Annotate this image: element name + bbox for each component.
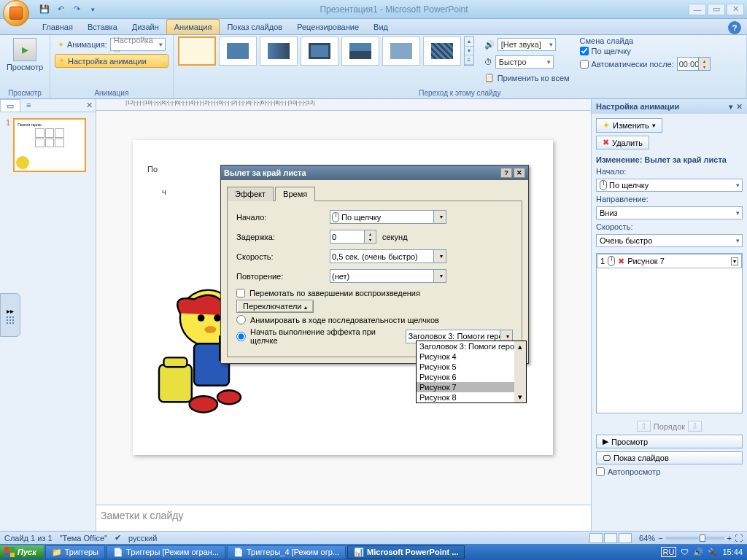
delete-effect-button[interactable]: ✖Удалить [596, 136, 649, 149]
tab-view[interactable]: Вид [366, 20, 395, 34]
dlg-speed-dropdown[interactable]: 0,5 сек. (очень быстро) [330, 249, 446, 263]
animpane-close-icon[interactable]: ✕ [736, 102, 743, 112]
transition-item[interactable] [301, 36, 338, 66]
save-icon[interactable]: 💾 [38, 3, 51, 16]
transition-none[interactable] [178, 36, 216, 66]
gallery-scroll[interactable]: ▴▾≡ [464, 36, 474, 66]
office-button[interactable] [3, 0, 29, 26]
ribbon-group-animation: ✦ Анимация: Настройка ... ✦ Настройка ан… [50, 35, 174, 98]
direction-dropdown[interactable]: Вниз [596, 206, 743, 219]
slidepanel-close-icon[interactable]: ✕ [83, 99, 96, 112]
zoom-out-button[interactable]: − [658, 534, 662, 542]
slide-change-label: Смена слайда [580, 36, 711, 45]
tab-home[interactable]: Главная [35, 20, 80, 34]
tray-icon[interactable]: 🔊 [693, 548, 703, 557]
tab-effect-options[interactable]: Эффект [227, 187, 274, 201]
dlg-delay-spinner[interactable]: 0▴▾ [330, 230, 376, 244]
transition-item[interactable] [423, 36, 461, 66]
close-button[interactable]: ✕ [727, 4, 744, 15]
transition-item[interactable] [382, 36, 420, 66]
play-preview-button[interactable]: ▶Просмотр [596, 435, 743, 448]
animpane-header: Настройка анимации ▾ ✕ [592, 99, 747, 114]
change-effect-button[interactable]: ✦Изменить▾ [596, 118, 662, 133]
dlg-repeat-dropdown[interactable]: (нет) [330, 269, 446, 283]
slideshow-button[interactable]: 🖵Показ слайдов [596, 451, 743, 464]
window-title: Презентация1 - Microsoft PowerPoint [99, 4, 689, 15]
qat-dropdown-icon[interactable]: ▾ [86, 3, 99, 16]
dialog-help-button[interactable]: ? [500, 168, 512, 178]
taskbar-item[interactable]: 📄 Триггеры [Режим огран... [107, 545, 225, 559]
dropdown-option-selected[interactable]: Рисунок 7 [417, 382, 526, 392]
tab-review[interactable]: Рецензирование [290, 20, 366, 34]
dropdown-scrollbar[interactable]: ▴▾ [514, 341, 526, 402]
slides-tab[interactable]: ▭ [0, 99, 20, 112]
language-indicator[interactable]: русский [128, 534, 157, 542]
tab-slideshow[interactable]: Показ слайдов [220, 20, 290, 34]
animate-sequence-radio[interactable]: Анимировать в ходе последовательности ще… [236, 315, 513, 324]
on-click-checkbox[interactable]: По щелчку [580, 47, 711, 55]
custom-animation-button[interactable]: ✦ Настройка анимации [55, 54, 169, 68]
start-on-click-radio[interactable]: Начать выполнение эффекта при щелчке Заг… [236, 327, 513, 345]
animation-list-item[interactable]: 1 ✖ Рисунок 7 ▾ [597, 254, 742, 268]
dialog-close-button[interactable]: ✕ [514, 168, 525, 178]
panel-expand-handle[interactable]: ▸▸ [0, 293, 20, 337]
transition-speed[interactable]: ⏱Быстро [481, 54, 573, 70]
transition-sound[interactable]: 🔊[Нет звука] [481, 36, 573, 52]
taskbar-item-active[interactable]: 📊 Microsoft PowerPoint ... [347, 545, 465, 559]
zoom-slider[interactable] [666, 537, 724, 540]
dialog-titlebar[interactable]: Вылет за край листа ? ✕ [221, 166, 528, 180]
transition-item[interactable] [219, 36, 257, 66]
taskbar-item[interactable]: 📄 Триггеры_4 [Режим огр... [227, 545, 346, 559]
triggers-button[interactable]: Переключатели ▴ [236, 300, 314, 313]
title-bar: 💾 ↶ ↷ ▾ Презентация1 - Microsoft PowerPo… [0, 0, 747, 19]
language-bar[interactable]: RU [661, 547, 677, 557]
reorder-down-button[interactable]: ⇩ [688, 421, 702, 432]
apply-to-all-button[interactable]: 📋Применить ко всем [481, 71, 573, 84]
animation-list[interactable]: 1 ✖ Рисунок 7 ▾ [596, 253, 743, 413]
slide-thumbnail[interactable]: Помоги герою... [13, 118, 86, 172]
reorder-controls: ⇧ Порядок ⇩ [596, 421, 743, 432]
tray-icon[interactable]: 🛡 [681, 548, 689, 556]
speed-dropdown[interactable]: Очень быстро [596, 234, 743, 247]
normal-view-button[interactable] [589, 533, 603, 543]
dropdown-option[interactable]: Рисунок 5 [417, 362, 526, 372]
minimize-button[interactable]: — [689, 4, 706, 15]
fit-to-window-button[interactable]: ⛶ [735, 534, 743, 542]
zoom-value[interactable]: 64% [639, 534, 655, 542]
undo-icon[interactable]: ↶ [54, 3, 67, 16]
sorter-view-button[interactable] [604, 533, 617, 543]
slide-indicator: Слайд 1 из 1 [4, 534, 53, 542]
dropdown-option[interactable]: Рисунок 4 [417, 351, 526, 362]
maximize-button[interactable]: ▭ [708, 4, 725, 15]
tray-icon[interactable]: 🔌 [708, 548, 718, 557]
animpane-dropdown-icon[interactable]: ▾ [729, 102, 733, 112]
reorder-up-button[interactable]: ⇧ [637, 421, 651, 432]
slideshow-view-button[interactable] [619, 533, 632, 543]
start-button[interactable]: Пуск [0, 545, 44, 559]
start-dropdown[interactable]: По щелчку [596, 179, 743, 192]
help-button[interactable]: ? [728, 21, 741, 34]
rewind-checkbox[interactable]: Перемотать по завершении воспроизведения [236, 289, 513, 298]
outline-tab[interactable]: ≡ [20, 99, 36, 112]
auto-after-checkbox[interactable]: Автоматически после:00:00▴▾ [580, 57, 711, 71]
redo-icon[interactable]: ↷ [70, 3, 83, 16]
tab-design[interactable]: Дизайн [125, 20, 166, 34]
spellcheck-icon[interactable]: ✔ [115, 533, 121, 542]
dropdown-option[interactable]: Заголовок 3: Помоги геро [417, 341, 526, 351]
tab-animation[interactable]: Анимация [166, 19, 220, 34]
tab-insert[interactable]: Вставка [80, 20, 125, 34]
dropdown-option[interactable]: Рисунок 8 [417, 392, 526, 402]
notes-pane[interactable]: Заметки к слайду [96, 505, 591, 531]
taskbar-item[interactable]: 📁 Триггеры [45, 545, 105, 559]
dlg-start-dropdown[interactable]: По щелчку [330, 210, 446, 224]
preview-button[interactable]: ▸ Просмотр [4, 36, 45, 73]
clock[interactable]: 15:44 [722, 548, 743, 556]
tab-timing[interactable]: Время [275, 187, 315, 201]
animation-dropdown[interactable]: ✦ Анимация: Настройка ... [55, 36, 169, 52]
dropdown-option[interactable]: Рисунок 6 [417, 372, 526, 382]
transition-item[interactable] [341, 36, 379, 66]
trigger-dropdown-list[interactable]: Заголовок 3: Помоги геро Рисунок 4 Рисун… [416, 341, 527, 403]
transition-item[interactable] [260, 36, 298, 66]
autopreview-checkbox[interactable]: Автопросмотр [596, 467, 743, 476]
zoom-in-button[interactable]: + [727, 534, 732, 542]
